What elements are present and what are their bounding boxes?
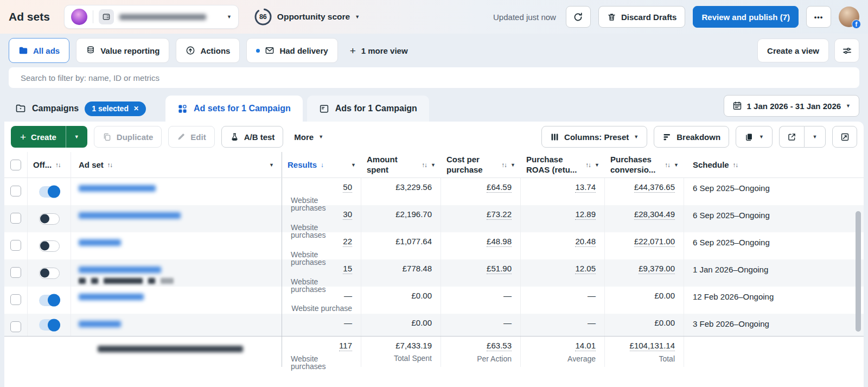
search-row — [0, 66, 868, 88]
export-button[interactable] — [779, 126, 804, 148]
ad-set-name-redacted[interactable] — [79, 294, 144, 300]
header-results[interactable]: Results↓ ▼ — [282, 152, 361, 177]
sort-icon: ↑↓ — [107, 162, 113, 168]
delivery-toggle[interactable] — [39, 213, 60, 225]
trend-chart-icon — [840, 132, 850, 142]
calendar-icon — [732, 101, 742, 111]
tab-ads[interactable]: Ads for 1 Campaign — [307, 96, 429, 122]
more-options-button[interactable]: ••• — [806, 6, 831, 28]
create-button[interactable]: + Create — [11, 126, 66, 148]
header-purchase-roas[interactable]: PurchaseROAS (retu... ↑↓▼ — [521, 152, 605, 177]
chevron-down-icon[interactable]: ▼ — [510, 162, 515, 168]
sort-icon: ↑↓ — [665, 162, 671, 168]
row-checkbox[interactable] — [10, 213, 21, 224]
table-row: 15Website purchases £778.48 £51.90 12.05… — [4, 259, 864, 287]
chevron-down-icon: ▼ — [846, 103, 851, 109]
refresh-button[interactable] — [566, 6, 591, 28]
date-range-button[interactable]: 1 Jan 2026 - 31 Jan 2026 ▼ — [724, 95, 859, 117]
header-amount-spent[interactable]: Amountspent ↑↓▼ — [361, 152, 441, 177]
score-gauge: 86 — [254, 8, 272, 26]
plus-icon: + — [350, 46, 356, 56]
discard-drafts-button[interactable]: Discard Drafts — [598, 6, 686, 28]
close-icon[interactable]: ✕ — [133, 105, 139, 112]
duplicate-button[interactable]: Duplicate — [94, 126, 162, 148]
delivery-toggle[interactable] — [39, 295, 60, 306]
delivery-toggle[interactable] — [39, 319, 60, 331]
row-checkbox[interactable] — [10, 294, 21, 305]
user-avatar[interactable]: f — [839, 7, 859, 27]
view-tab-actions[interactable]: Actions — [176, 38, 240, 63]
row-checkbox[interactable] — [10, 321, 21, 332]
selected-filter-badge[interactable]: 1 selected ✕ — [85, 101, 146, 116]
columns-icon — [550, 132, 559, 142]
pencil-icon — [177, 132, 186, 141]
view-charts-button[interactable] — [832, 126, 857, 148]
ellipsis-icon: ••• — [814, 13, 824, 21]
export-split-button[interactable]: ▼ — [779, 126, 826, 148]
export-dropdown-button[interactable]: ▼ — [804, 126, 826, 148]
header-purchases-conversion[interactable]: Purchasesconversio... ↑↓▼ — [605, 152, 684, 177]
columns-button[interactable]: Columns: Preset ▼ — [541, 126, 647, 148]
schedule-cell: 6 Sep 2025–Ongoing — [684, 178, 864, 205]
ab-test-button[interactable]: A/B test — [221, 126, 284, 148]
delivery-toggle[interactable] — [39, 186, 60, 198]
ad-sets-table: Off...↑↓ Ad set↑↓ ▼ Results↓ ▼ Amountspe… — [4, 152, 864, 367]
create-a-view-button[interactable]: Create a view — [757, 39, 829, 62]
ad-set-name-redacted[interactable] — [79, 321, 121, 327]
chevron-down-icon: ▼ — [318, 134, 323, 139]
sort-icon: ↑↓ — [586, 162, 591, 168]
schedule-cell: 1 Jan 2026–Ongoing — [684, 259, 864, 287]
create-split-button[interactable]: + Create ▼ — [11, 126, 87, 148]
row-checkbox[interactable] — [10, 240, 21, 251]
tab-ad-sets[interactable]: Ad sets for 1 Campaign — [165, 96, 303, 122]
view-settings-button[interactable] — [834, 39, 859, 62]
row-checkbox[interactable] — [10, 267, 21, 278]
more-menu-button[interactable]: More ▼ — [290, 126, 328, 148]
header-off[interactable]: Off...↑↓ — [27, 152, 71, 177]
flask-icon — [230, 132, 239, 142]
updated-status: Updated just now — [493, 12, 556, 22]
table-row: 22Website purchases £1,077.64 £48.98 20.… — [4, 232, 864, 259]
level-tabs: Campaigns 1 selected ✕ Ad sets for 1 Cam… — [0, 88, 868, 122]
ad-set-name-redacted[interactable] — [79, 212, 181, 219]
tab-campaigns[interactable]: Campaigns 1 selected ✕ — [15, 96, 158, 122]
reports-button[interactable]: ▼ — [736, 126, 773, 148]
chevron-down-icon[interactable]: ▼ — [269, 162, 274, 168]
page-title: Ad sets — [9, 10, 50, 23]
campaign-selector[interactable]: ▼ — [64, 5, 239, 29]
header-cost-per-purchase[interactable]: Cost perpurchase ↑↓▼ — [441, 152, 521, 177]
one-more-view-button[interactable]: + 1 more view — [344, 46, 413, 56]
ad-set-name-redacted[interactable] — [79, 267, 161, 273]
delivery-toggle[interactable] — [39, 240, 60, 252]
chevron-down-icon: ▼ — [355, 14, 360, 20]
view-tab-value-reporting[interactable]: Value reporting — [76, 38, 169, 63]
breakdown-button[interactable]: Breakdown — [654, 126, 729, 148]
select-all-checkbox[interactable] — [10, 160, 21, 170]
active-dot-icon — [256, 49, 260, 53]
row-hover-actions-redacted[interactable] — [79, 278, 274, 284]
vertical-scrollbar[interactable] — [856, 211, 861, 332]
chevron-down-icon: ▼ — [759, 134, 764, 139]
chevron-down-icon[interactable]: ▼ — [431, 162, 436, 168]
row-checkbox[interactable] — [10, 186, 21, 196]
view-tab-had-delivery[interactable]: Had delivery — [246, 38, 337, 63]
edit-button[interactable]: Edit — [168, 126, 214, 148]
folder-icon — [18, 46, 28, 55]
header-schedule[interactable]: Schedule↑↓ — [684, 152, 864, 177]
header-ad-set[interactable]: Ad set↑↓ ▼ — [71, 152, 282, 177]
create-dropdown-button[interactable]: ▼ — [66, 126, 87, 148]
view-tab-all-ads[interactable]: All ads — [9, 38, 69, 63]
arrow-up-circle-icon — [186, 46, 195, 55]
delivery-toggle[interactable] — [39, 268, 60, 279]
ad-set-name-redacted[interactable] — [79, 185, 156, 192]
search-input[interactable] — [9, 67, 859, 88]
chevron-down-icon[interactable]: ▼ — [674, 162, 679, 168]
ad-set-name-redacted[interactable] — [79, 239, 121, 246]
table-row: 30Website purchases £2,196.70 £73.22 12.… — [4, 205, 864, 232]
sort-icon: ↑↓ — [55, 162, 61, 168]
opportunity-score[interactable]: 86 Opportunity score ▼ — [254, 8, 360, 26]
chevron-down-icon[interactable]: ▼ — [351, 162, 356, 168]
chevron-down-icon[interactable]: ▼ — [595, 162, 599, 168]
sort-desc-icon: ↓ — [321, 162, 323, 168]
review-and-publish-button[interactable]: Review and publish (7) — [693, 6, 799, 28]
